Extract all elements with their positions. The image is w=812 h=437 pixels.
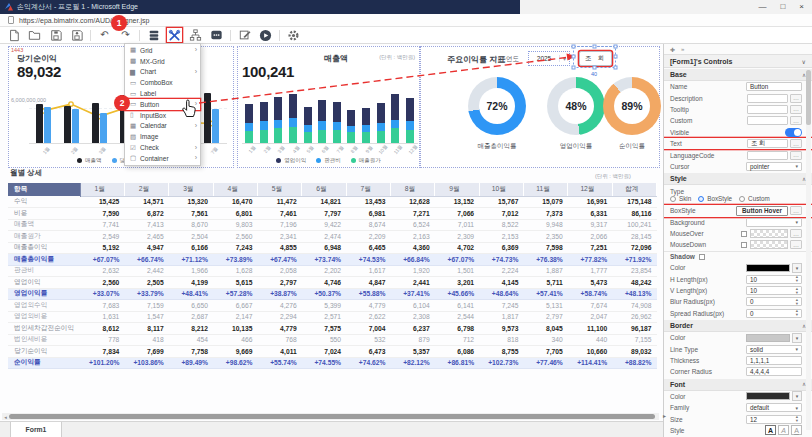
save-as-button[interactable] — [69, 28, 84, 42]
prop-input[interactable]: 조 회 — [747, 139, 788, 148]
table-row[interactable]: 매출액7,7417,4138,6709,8037,1969,4228,6746,… — [8, 219, 657, 231]
new-file-button[interactable] — [6, 28, 21, 42]
checkbox-icon[interactable] — [699, 254, 705, 260]
prop-input[interactable] — [747, 151, 788, 160]
table-row[interactable]: 영업외수익7,6837,1596,6506,6674,2765,3994,779… — [8, 300, 657, 312]
table-row[interactable]: 당기순이익7,8347,6997,7589,6694,0117,0246,473… — [8, 346, 657, 358]
bold-button[interactable]: A — [765, 425, 776, 435]
prop-input[interactable] — [747, 94, 788, 103]
radio-icon[interactable] — [739, 196, 745, 202]
radio-icon[interactable] — [670, 196, 676, 202]
menu-item-grid[interactable]: ▦Grid› — [125, 45, 200, 56]
scrollbar-thumb[interactable] — [9, 414, 655, 419]
url-text[interactable]: https://epa.bimatrix.com/AUD/designer.js… — [19, 17, 149, 24]
prop-input[interactable] — [747, 105, 788, 114]
table-row[interactable]: 수익15,42514,57115,32016,47011,47214,82113… — [8, 196, 657, 208]
prop-select[interactable]: default▾ — [746, 403, 802, 412]
radio-option-skin[interactable]: Skin — [670, 195, 691, 202]
close-icon[interactable]: × — [799, 0, 804, 14]
italic-button[interactable]: A — [778, 425, 789, 435]
radio-option-custom[interactable]: Custom — [739, 195, 770, 202]
ellipsis-button[interactable]: … — [790, 229, 802, 238]
prop-select[interactable]: solid▾ — [746, 345, 802, 354]
prop-spinner[interactable]: 0▴▾ — [746, 309, 802, 318]
edit-button[interactable] — [237, 28, 252, 42]
menu-item-image[interactable]: ▨Image — [125, 131, 200, 142]
menu-item-combobox[interactable]: ▭ComboBox — [125, 77, 200, 88]
maximize-icon[interactable]: □ — [780, 0, 785, 14]
table-row[interactable]: 법인세차감전순이익8,6128,1178,21210,1354,7797,575… — [8, 323, 657, 335]
revenue-chart-widget[interactable]: 매출액 (단위 : 백만원) 100,241 1월2월3월4월5월6월7월8월9… — [237, 46, 420, 168]
checkbox-icon[interactable] — [741, 231, 747, 237]
spinner-arrows-icon[interactable]: ▴▾ — [796, 415, 798, 423]
table-row[interactable]: 영업이익2,5602,5054,1995,6152,7974,7464,8472… — [8, 277, 657, 289]
hierarchy-button[interactable] — [188, 28, 203, 42]
settings-gear-button[interactable] — [286, 28, 301, 42]
table-row[interactable]: 법인세비용77841845446676855053287971281834044… — [8, 334, 657, 346]
spinner-arrows-icon[interactable]: ▴▾ — [796, 298, 798, 306]
underline-button[interactable]: A — [791, 425, 802, 435]
designer-canvas[interactable]: 1443 당기순이익 89,032 6,000,000,000 1월2월3월4월… — [0, 44, 663, 437]
prop-input[interactable]: Button — [746, 82, 802, 91]
visible-toggle[interactable] — [785, 128, 802, 137]
panel-section-base[interactable]: Base∧ — [664, 69, 812, 81]
table-row[interactable]: 매출총이익률+67.07%+66.74%+71.12%+73.89%+67.47… — [8, 254, 657, 266]
toolbox-button[interactable] — [167, 28, 182, 42]
spinner-arrows-icon[interactable]: ▴▾ — [796, 287, 798, 295]
source-code-button[interactable] — [209, 28, 224, 42]
ellipsis-button[interactable]: … — [790, 151, 802, 160]
search-button[interactable]: 조 회 — [579, 51, 612, 66]
monthly-detail-table[interactable]: 항목1월2월3월4월5월6월7월8월9월10월11월12월합계 수익15,425… — [8, 183, 657, 369]
table-row[interactable]: 영업이익률+33.07%+33.79%+48.41%+57.28%+38.87%… — [8, 288, 657, 300]
ellipsis-button[interactable]: … — [790, 116, 802, 125]
prop-spinner[interactable]: 10▴▾ — [746, 286, 802, 295]
table-row[interactable]: 매출총이익5,1924,9476,1667,2434,8556,9486,465… — [8, 242, 657, 254]
chevron-down-icon[interactable]: ▾ — [792, 263, 802, 273]
table-row[interactable]: 판관비2,6322,4421,9661,6282,0582,2021,6171,… — [8, 265, 657, 277]
run-button[interactable] — [258, 28, 273, 42]
prop-input[interactable]: 1,1,1,1 — [746, 356, 802, 365]
menu-item-label[interactable]: ▭Label — [125, 88, 200, 99]
ellipsis-button[interactable]: … — [790, 240, 802, 249]
transparent-swatch[interactable] — [750, 229, 788, 238]
scroll-left-icon[interactable]: ◂ — [2, 414, 9, 420]
panel-section-style[interactable]: Style∧ — [664, 173, 812, 185]
color-swatch[interactable] — [746, 264, 790, 272]
prop-input[interactable] — [747, 116, 788, 125]
panel-section-font[interactable]: Font∧ — [664, 379, 812, 391]
prop-spinner[interactable]: 0▴▾ — [746, 297, 802, 306]
ellipsis-button[interactable]: … — [790, 139, 802, 148]
menu-item-mx-grid[interactable]: ▩MX-Grid — [125, 56, 200, 67]
spinner-arrows-icon[interactable]: ▴▾ — [796, 309, 798, 317]
radio-icon[interactable] — [698, 196, 704, 202]
menu-item-container[interactable]: ▢Container› — [125, 153, 200, 164]
panel-section-border[interactable]: Border∧ — [664, 320, 812, 332]
radio-option-boxstyle[interactable]: BoxStyle — [698, 195, 732, 202]
panel-collapse-icon[interactable]: ▸ — [663, 412, 666, 419]
open-folder-button[interactable] — [27, 28, 42, 42]
spinner-arrows-icon[interactable]: ▴▾ — [796, 275, 798, 283]
ellipsis-button[interactable]: … — [790, 94, 802, 103]
prop-spinner[interactable]: 10▴▾ — [746, 275, 802, 284]
table-row[interactable]: 영업외비용1,6311,5472,6872,1472,2942,5712,622… — [8, 311, 657, 323]
pin-icon[interactable]: ✚ — [670, 46, 675, 53]
table-row[interactable]: 순이익률+101.20%+103.86%+89.49%+98.62%+55.74… — [8, 357, 657, 369]
panel-header[interactable]: [Form1]'s Controls ∨ — [664, 54, 812, 68]
menu-item-chart[interactable]: ▆Chart› — [125, 67, 200, 78]
kpi-widget[interactable]: 주요이익률 지표 기준연도 2025 ▾ 조 회 40 72%매출총이익률48%… — [420, 46, 660, 168]
boxstyle-button[interactable]: Button Hover — [736, 206, 788, 216]
panel-scrollbar[interactable] — [806, 70, 811, 430]
checkbox-icon[interactable] — [741, 242, 747, 248]
ellipsis-button[interactable]: … — [790, 105, 802, 114]
menu-item-calendar[interactable]: ▦Calendar› — [125, 121, 200, 132]
color-swatch[interactable] — [746, 392, 790, 400]
expand-icon[interactable]: » — [681, 46, 684, 52]
prop-spinner[interactable]: 12▴▾ — [746, 415, 802, 424]
prop-input[interactable]: 4,4,4,4 — [746, 367, 802, 376]
menu-item-check[interactable]: ☑Check› — [125, 142, 200, 153]
save-button[interactable] — [48, 28, 63, 42]
prop-select[interactable]: ▾ — [746, 218, 802, 227]
chevron-down-icon[interactable]: ▾ — [792, 333, 802, 343]
transparent-swatch[interactable] — [750, 240, 788, 249]
scrollbar-thumb[interactable] — [806, 70, 811, 125]
